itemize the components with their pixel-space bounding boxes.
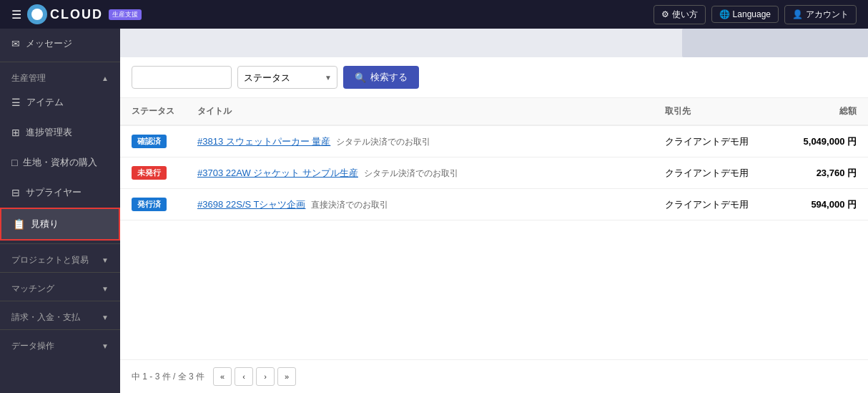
howto-icon: ⚙ bbox=[661, 9, 669, 19]
language-icon: 🌐 bbox=[719, 9, 730, 19]
sidebar-section-projects[interactable]: プロジェクトと貿易 ▼ bbox=[0, 247, 120, 269]
logo-badge: 生産支援 bbox=[109, 9, 142, 20]
main-content: ステータス ▼ 🔍 検索する ステータス タイトル 取引先 総額 bbox=[120, 29, 868, 393]
title-link-1[interactable]: #3703 22AW ジャケット サンプル生産 bbox=[197, 168, 358, 178]
supplier-icon: ⊟ bbox=[11, 187, 20, 198]
account-label: アカウント bbox=[806, 9, 849, 21]
cell-status-1: 未発行 bbox=[120, 157, 186, 189]
pagination-prev[interactable]: ‹ bbox=[235, 367, 253, 386]
sidebar-item-progress[interactable]: ⊞ 進捗管理表 bbox=[0, 117, 120, 147]
top-bar-overlay bbox=[120, 29, 868, 57]
projects-chevron: ▼ bbox=[102, 256, 109, 264]
title-link-0[interactable]: #3813 スウェットパーカー 量産 bbox=[197, 136, 330, 147]
sidebar-section-billing[interactable]: 請求・入金・支払 ▼ bbox=[0, 304, 120, 326]
search-icon: 🔍 bbox=[355, 72, 366, 83]
messages-icon: ✉ bbox=[11, 38, 20, 49]
production-chevron: ▲ bbox=[102, 74, 109, 82]
language-button[interactable]: 🌐 Language bbox=[711, 6, 779, 23]
search-btn-label: 検索する bbox=[370, 71, 408, 84]
estimate-label: 見積り bbox=[31, 218, 59, 231]
billing-label: 請求・入金・支払 bbox=[11, 311, 80, 324]
supplier-label: サプライヤー bbox=[26, 186, 82, 199]
cell-title-0: #3813 スウェットパーカー 量産 シタテル決済でのお取引 bbox=[186, 125, 654, 157]
search-input[interactable] bbox=[132, 66, 232, 89]
cell-client-2: クライアントデモ用 bbox=[654, 189, 768, 220]
sidebar-section-data-ops[interactable]: データ操作 ▼ bbox=[0, 333, 120, 355]
pagination-last[interactable]: » bbox=[277, 367, 296, 386]
cell-amount-1: 23,760 円 bbox=[768, 157, 868, 189]
logo-area: CLOUD 生産支援 bbox=[27, 4, 142, 24]
estimates-table: ステータス タイトル 取引先 総額 確認済 #3813 スウェットパーカー 量産… bbox=[120, 98, 868, 220]
cell-status-0: 確認済 bbox=[120, 125, 186, 157]
cell-title-2: #3698 22S/S Tシャツ企画 直接決済でのお取引 bbox=[186, 189, 654, 220]
estimate-icon: 📋 bbox=[13, 218, 25, 230]
cell-status-2: 発行済 bbox=[120, 189, 186, 220]
pagination-next[interactable]: › bbox=[256, 367, 275, 386]
matching-chevron: ▼ bbox=[102, 285, 109, 293]
title-link-2[interactable]: #3698 22S/S Tシャツ企画 bbox=[197, 199, 306, 210]
cell-client-0: クライアントデモ用 bbox=[654, 125, 768, 157]
hamburger-menu[interactable]: ☰ bbox=[11, 8, 21, 21]
sidebar-section-production[interactable]: 生産管理 ▲ bbox=[0, 65, 120, 87]
sidebar-section-matching[interactable]: マッチング ▼ bbox=[0, 276, 120, 298]
header: ☰ CLOUD 生産支援 ⚙ 使い方 🌐 Language 👤 アカウント bbox=[0, 0, 868, 29]
status-badge-1: 未発行 bbox=[132, 166, 167, 180]
sidebar-item-items[interactable]: ☰ アイテム bbox=[0, 87, 120, 117]
header-right: ⚙ 使い方 🌐 Language 👤 アカウント bbox=[654, 5, 857, 24]
col-header-status: ステータス bbox=[120, 98, 186, 125]
col-header-amount: 総額 bbox=[768, 98, 868, 125]
sidebar-item-materials[interactable]: □ 生地・資材の購入 bbox=[0, 147, 120, 178]
howto-button[interactable]: ⚙ 使い方 bbox=[654, 5, 706, 24]
billing-chevron: ▼ bbox=[102, 314, 109, 321]
projects-label: プロジェクトと貿易 bbox=[11, 254, 89, 266]
search-button[interactable]: 🔍 検索する bbox=[343, 66, 419, 89]
body: ✉ メッセージ 生産管理 ▲ ☰ アイテム ⊞ 進捗管理表 □ 生地・資材の購入… bbox=[0, 29, 868, 393]
pagination: 中 1 - 3 件 / 全 3 件 « ‹ › » bbox=[120, 359, 868, 393]
data-ops-chevron: ▼ bbox=[102, 342, 109, 350]
dropdown-highlight bbox=[682, 29, 868, 57]
status-select[interactable]: ステータス bbox=[237, 66, 337, 89]
materials-icon: □ bbox=[11, 157, 17, 168]
production-label: 生産管理 bbox=[11, 72, 46, 84]
cell-title-1: #3703 22AW ジャケット サンプル生産 シタテル決済でのお取引 bbox=[186, 157, 654, 189]
matching-label: マッチング bbox=[11, 283, 54, 295]
status-select-wrap: ステータス ▼ bbox=[237, 66, 337, 89]
sidebar-item-messages[interactable]: ✉ メッセージ bbox=[0, 29, 120, 59]
table-row: 未発行 #3703 22AW ジャケット サンプル生産 シタテル決済でのお取引 … bbox=[120, 157, 868, 189]
cell-amount-2: 594,000 円 bbox=[768, 189, 868, 220]
status-badge-2: 発行済 bbox=[132, 198, 167, 211]
pagination-first[interactable]: « bbox=[213, 367, 232, 386]
pagination-info: 中 1 - 3 件 / 全 3 件 bbox=[132, 371, 204, 383]
data-ops-label: データ操作 bbox=[11, 340, 54, 352]
items-icon: ☰ bbox=[11, 97, 21, 108]
logo-text: CLOUD bbox=[50, 7, 103, 22]
status-badge-0: 確認済 bbox=[132, 135, 167, 148]
items-label: アイテム bbox=[26, 96, 64, 109]
table-wrap: ステータス タイトル 取引先 総額 確認済 #3813 スウェットパーカー 量産… bbox=[120, 98, 868, 359]
progress-label: 進捗管理表 bbox=[26, 126, 72, 139]
table-header-row: ステータス タイトル 取引先 総額 bbox=[120, 98, 868, 125]
col-header-client: 取引先 bbox=[654, 98, 768, 125]
account-button[interactable]: 👤 アカウント bbox=[784, 5, 857, 24]
col-header-title: タイトル bbox=[186, 98, 654, 125]
table-row: 発行済 #3698 22S/S Tシャツ企画 直接決済でのお取引 クライアントデ… bbox=[120, 189, 868, 220]
progress-icon: ⊞ bbox=[11, 127, 20, 138]
sidebar: ✉ メッセージ 生産管理 ▲ ☰ アイテム ⊞ 進捗管理表 □ 生地・資材の購入… bbox=[0, 29, 120, 393]
language-label: Language bbox=[733, 9, 771, 19]
materials-label: 生地・資材の購入 bbox=[23, 156, 97, 169]
title-sub-2: 直接決済でのお取引 bbox=[311, 200, 388, 210]
cell-client-1: クライアントデモ用 bbox=[654, 157, 768, 189]
filter-bar: ステータス ▼ 🔍 検索する bbox=[120, 57, 868, 98]
title-sub-0: シタテル決済でのお取引 bbox=[336, 137, 430, 147]
title-sub-1: シタテル決済でのお取引 bbox=[364, 168, 458, 178]
howto-label: 使い方 bbox=[672, 9, 698, 21]
sidebar-item-estimate[interactable]: 📋 見積り bbox=[0, 208, 120, 241]
table-row: 確認済 #3813 スウェットパーカー 量産 シタテル決済でのお取引 クライアン… bbox=[120, 125, 868, 157]
messages-label: メッセージ bbox=[26, 37, 72, 50]
logo-icon bbox=[27, 4, 47, 24]
cell-amount-0: 5,049,000 円 bbox=[768, 125, 868, 157]
sidebar-item-supplier[interactable]: ⊟ サプライヤー bbox=[0, 178, 120, 208]
account-icon: 👤 bbox=[792, 9, 803, 19]
header-left: ☰ CLOUD 生産支援 bbox=[11, 4, 142, 24]
